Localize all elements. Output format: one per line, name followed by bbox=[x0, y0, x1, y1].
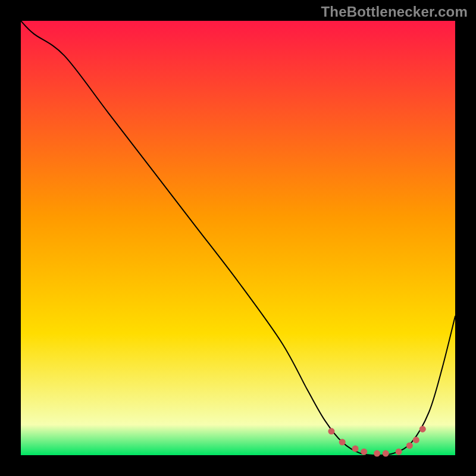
chart-svg bbox=[0, 0, 476, 476]
optimal-dot bbox=[406, 442, 413, 449]
optimal-dot bbox=[419, 426, 426, 433]
optimal-dot bbox=[339, 439, 346, 446]
optimal-dot bbox=[361, 449, 367, 455]
optimal-dot bbox=[396, 449, 402, 455]
optimal-dot bbox=[374, 450, 380, 457]
optimal-dot bbox=[352, 446, 359, 452]
chart-container: { "attribution": "TheBottlenecker.com", … bbox=[0, 0, 476, 476]
attribution-text: TheBottlenecker.com bbox=[321, 4, 468, 20]
optimal-dot bbox=[383, 450, 389, 457]
optimal-dot bbox=[413, 437, 419, 443]
plot-gradient-background bbox=[21, 21, 455, 455]
optimal-dot bbox=[328, 428, 334, 434]
